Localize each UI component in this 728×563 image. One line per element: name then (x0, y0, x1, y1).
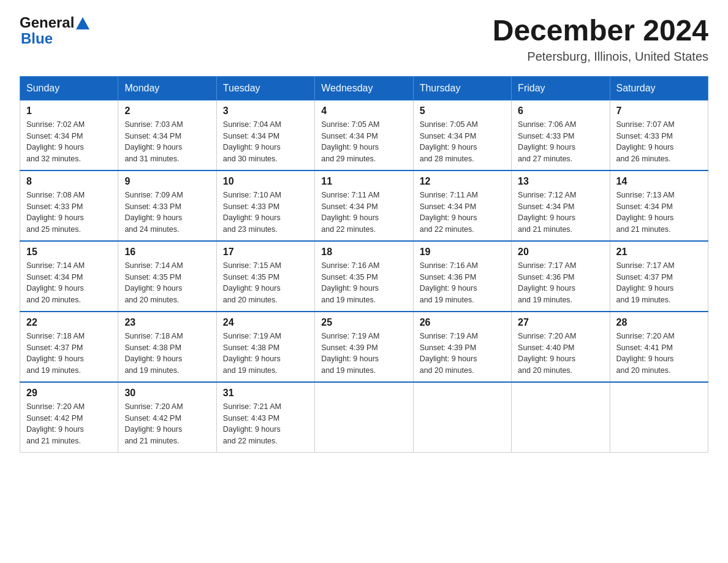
day-info: Sunrise: 7:14 AM Sunset: 4:34 PM Dayligh… (26, 260, 112, 306)
day-info: Sunrise: 7:11 AM Sunset: 4:34 PM Dayligh… (321, 190, 406, 236)
weekday-header-sunday: Sunday (20, 76, 118, 100)
day-info: Sunrise: 7:17 AM Sunset: 4:37 PM Dayligh… (616, 260, 702, 306)
day-info: Sunrise: 7:17 AM Sunset: 4:36 PM Dayligh… (518, 260, 603, 306)
calendar-week-row: 29 Sunrise: 7:20 AM Sunset: 4:42 PM Dayl… (20, 382, 708, 453)
day-info: Sunrise: 7:16 AM Sunset: 4:35 PM Dayligh… (321, 260, 406, 306)
calendar-cell: 17 Sunrise: 7:15 AM Sunset: 4:35 PM Dayl… (216, 241, 314, 312)
day-info: Sunrise: 7:20 AM Sunset: 4:41 PM Dayligh… (616, 331, 702, 377)
weekday-header-wednesday: Wednesday (315, 76, 413, 100)
day-number: 13 (518, 176, 603, 187)
calendar-week-row: 8 Sunrise: 7:08 AM Sunset: 4:33 PM Dayli… (20, 170, 708, 241)
day-number: 10 (223, 176, 308, 187)
day-info: Sunrise: 7:20 AM Sunset: 4:42 PM Dayligh… (26, 401, 112, 447)
calendar-cell: 23 Sunrise: 7:18 AM Sunset: 4:38 PM Dayl… (118, 312, 216, 382)
day-number: 20 (518, 247, 603, 258)
day-number: 28 (616, 317, 702, 328)
day-info: Sunrise: 7:12 AM Sunset: 4:34 PM Dayligh… (518, 190, 603, 236)
calendar-cell: 4 Sunrise: 7:05 AM Sunset: 4:34 PM Dayli… (315, 100, 413, 170)
page-header: General Blue December 2024 Petersburg, I… (20, 15, 708, 64)
calendar-cell: 18 Sunrise: 7:16 AM Sunset: 4:35 PM Dayl… (315, 241, 413, 312)
calendar-cell: 6 Sunrise: 7:06 AM Sunset: 4:33 PM Dayli… (512, 100, 610, 170)
day-number: 26 (420, 317, 505, 328)
day-number: 4 (321, 105, 406, 117)
logo-general-text: General (20, 15, 74, 31)
day-number: 22 (26, 317, 112, 328)
day-info: Sunrise: 7:11 AM Sunset: 4:34 PM Dayligh… (420, 190, 505, 236)
day-number: 2 (124, 105, 210, 117)
calendar-cell: 13 Sunrise: 7:12 AM Sunset: 4:34 PM Dayl… (512, 170, 610, 241)
day-info: Sunrise: 7:19 AM Sunset: 4:39 PM Dayligh… (420, 331, 505, 377)
weekday-header-thursday: Thursday (413, 76, 511, 100)
calendar-cell: 30 Sunrise: 7:20 AM Sunset: 4:42 PM Dayl… (118, 382, 216, 453)
day-info: Sunrise: 7:06 AM Sunset: 4:33 PM Dayligh… (518, 119, 603, 165)
day-info: Sunrise: 7:21 AM Sunset: 4:43 PM Dayligh… (223, 401, 308, 447)
calendar-cell: 22 Sunrise: 7:18 AM Sunset: 4:37 PM Dayl… (20, 312, 118, 382)
day-info: Sunrise: 7:13 AM Sunset: 4:34 PM Dayligh… (616, 190, 702, 236)
day-number: 18 (321, 247, 406, 258)
day-info: Sunrise: 7:18 AM Sunset: 4:38 PM Dayligh… (124, 331, 210, 377)
day-info: Sunrise: 7:04 AM Sunset: 4:34 PM Dayligh… (223, 119, 308, 165)
day-number: 23 (124, 317, 210, 328)
calendar-cell: 21 Sunrise: 7:17 AM Sunset: 4:37 PM Dayl… (610, 241, 708, 312)
day-number: 27 (518, 317, 603, 328)
day-info: Sunrise: 7:02 AM Sunset: 4:34 PM Dayligh… (26, 119, 112, 165)
day-number: 14 (616, 176, 702, 187)
day-info: Sunrise: 7:09 AM Sunset: 4:33 PM Dayligh… (124, 190, 210, 236)
title-block: December 2024 Petersburg, Illinois, Unit… (493, 15, 708, 64)
day-number: 29 (26, 388, 112, 399)
day-info: Sunrise: 7:05 AM Sunset: 4:34 PM Dayligh… (420, 119, 505, 165)
calendar-cell: 10 Sunrise: 7:10 AM Sunset: 4:33 PM Dayl… (216, 170, 314, 241)
day-number: 3 (223, 105, 308, 117)
calendar-cell: 1 Sunrise: 7:02 AM Sunset: 4:34 PM Dayli… (20, 100, 118, 170)
calendar-cell: 2 Sunrise: 7:03 AM Sunset: 4:34 PM Dayli… (118, 100, 216, 170)
day-info: Sunrise: 7:14 AM Sunset: 4:35 PM Dayligh… (124, 260, 210, 306)
day-info: Sunrise: 7:19 AM Sunset: 4:39 PM Dayligh… (321, 331, 406, 377)
svg-marker-0 (76, 17, 89, 29)
calendar-cell: 20 Sunrise: 7:17 AM Sunset: 4:36 PM Dayl… (512, 241, 610, 312)
weekday-header-monday: Monday (118, 76, 216, 100)
day-info: Sunrise: 7:08 AM Sunset: 4:33 PM Dayligh… (26, 190, 112, 236)
calendar-cell (315, 382, 413, 453)
calendar-title: December 2024 (493, 15, 708, 47)
calendar-week-row: 22 Sunrise: 7:18 AM Sunset: 4:37 PM Dayl… (20, 312, 708, 382)
day-number: 17 (223, 247, 308, 258)
calendar-cell (512, 382, 610, 453)
calendar-cell: 25 Sunrise: 7:19 AM Sunset: 4:39 PM Dayl… (315, 312, 413, 382)
logo-triangle-icon (76, 17, 89, 29)
weekday-header-friday: Friday (512, 76, 610, 100)
day-info: Sunrise: 7:15 AM Sunset: 4:35 PM Dayligh… (223, 260, 308, 306)
calendar-cell: 9 Sunrise: 7:09 AM Sunset: 4:33 PM Dayli… (118, 170, 216, 241)
calendar-table: SundayMondayTuesdayWednesdayThursdayFrid… (20, 76, 708, 453)
day-number: 6 (518, 105, 603, 117)
calendar-week-row: 15 Sunrise: 7:14 AM Sunset: 4:34 PM Dayl… (20, 241, 708, 312)
day-info: Sunrise: 7:05 AM Sunset: 4:34 PM Dayligh… (321, 119, 406, 165)
day-number: 5 (420, 105, 505, 117)
weekday-header-saturday: Saturday (610, 76, 708, 100)
day-number: 11 (321, 176, 406, 187)
day-number: 1 (26, 105, 112, 117)
day-info: Sunrise: 7:19 AM Sunset: 4:38 PM Dayligh… (223, 331, 308, 377)
logo-blue-text: Blue (21, 31, 53, 47)
day-number: 8 (26, 176, 112, 187)
calendar-subtitle: Petersburg, Illinois, United States (493, 50, 708, 64)
logo: General Blue (20, 15, 89, 47)
day-number: 15 (26, 247, 112, 258)
calendar-cell: 24 Sunrise: 7:19 AM Sunset: 4:38 PM Dayl… (216, 312, 314, 382)
day-number: 7 (616, 105, 702, 117)
calendar-cell (413, 382, 511, 453)
calendar-cell (610, 382, 708, 453)
day-number: 30 (124, 388, 210, 399)
day-info: Sunrise: 7:18 AM Sunset: 4:37 PM Dayligh… (26, 331, 112, 377)
weekday-header-tuesday: Tuesday (216, 76, 314, 100)
calendar-cell: 16 Sunrise: 7:14 AM Sunset: 4:35 PM Dayl… (118, 241, 216, 312)
day-number: 16 (124, 247, 210, 258)
calendar-cell: 27 Sunrise: 7:20 AM Sunset: 4:40 PM Dayl… (512, 312, 610, 382)
day-info: Sunrise: 7:16 AM Sunset: 4:36 PM Dayligh… (420, 260, 505, 306)
weekday-header-row: SundayMondayTuesdayWednesdayThursdayFrid… (20, 76, 708, 100)
calendar-cell: 8 Sunrise: 7:08 AM Sunset: 4:33 PM Dayli… (20, 170, 118, 241)
calendar-cell: 7 Sunrise: 7:07 AM Sunset: 4:33 PM Dayli… (610, 100, 708, 170)
calendar-cell: 12 Sunrise: 7:11 AM Sunset: 4:34 PM Dayl… (413, 170, 511, 241)
calendar-cell: 31 Sunrise: 7:21 AM Sunset: 4:43 PM Dayl… (216, 382, 314, 453)
day-number: 19 (420, 247, 505, 258)
calendar-cell: 5 Sunrise: 7:05 AM Sunset: 4:34 PM Dayli… (413, 100, 511, 170)
